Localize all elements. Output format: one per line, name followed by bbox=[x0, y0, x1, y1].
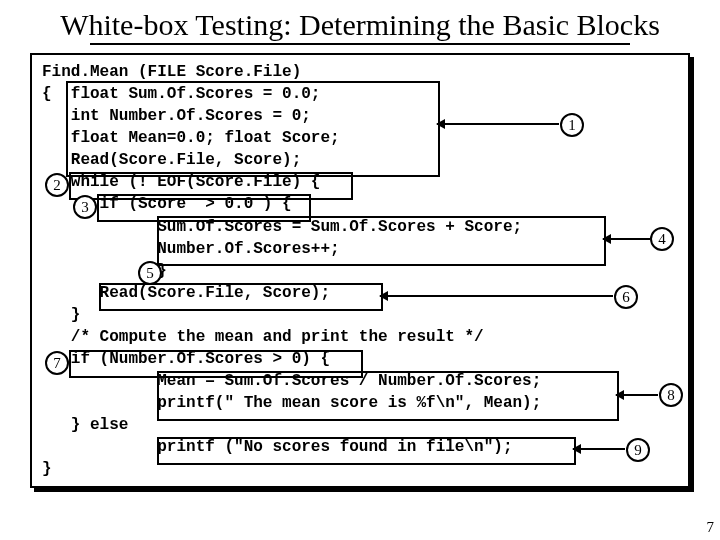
arrow-9 bbox=[573, 448, 625, 450]
block-8-box bbox=[157, 371, 619, 421]
block-label-8: 8 bbox=[659, 383, 683, 407]
code-line: } bbox=[42, 460, 52, 478]
arrow-6 bbox=[380, 295, 613, 297]
block-label-9: 9 bbox=[626, 438, 650, 462]
arrow-4 bbox=[603, 238, 650, 240]
page-title: White-box Testing: Determining the Basic… bbox=[0, 0, 720, 43]
arrow-8 bbox=[616, 394, 658, 396]
block-label-3: 3 bbox=[73, 195, 97, 219]
block-label-1: 1 bbox=[560, 113, 584, 137]
block-6-box bbox=[99, 283, 383, 311]
block-label-2: 2 bbox=[45, 173, 69, 197]
code-line: /* Compute the mean and print the result… bbox=[42, 328, 484, 346]
arrow-1 bbox=[437, 123, 559, 125]
block-label-5: 5 bbox=[138, 261, 162, 285]
block-9-box bbox=[157, 437, 576, 465]
page-number: 7 bbox=[707, 519, 715, 536]
block-label-6: 6 bbox=[614, 285, 638, 309]
block-label-4: 4 bbox=[650, 227, 674, 251]
code-container: Find.Mean (FILE Score.File) { float Sum.… bbox=[30, 53, 690, 488]
block-1-box bbox=[66, 81, 440, 177]
block-label-7: 7 bbox=[45, 351, 69, 375]
block-4-box bbox=[157, 216, 606, 266]
code-line: } else bbox=[42, 416, 128, 434]
code-line: } bbox=[42, 306, 80, 324]
title-underline bbox=[90, 43, 630, 45]
code-line: Find.Mean (FILE Score.File) bbox=[42, 63, 301, 81]
